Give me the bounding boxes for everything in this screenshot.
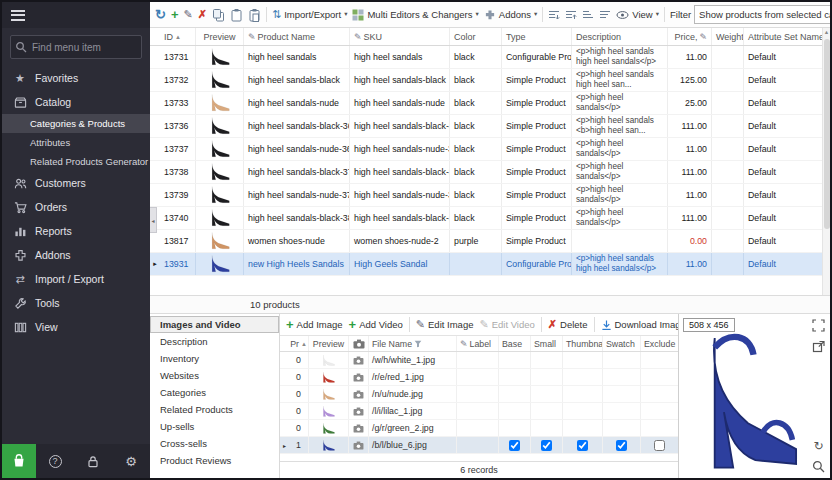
addons-button[interactable]: Addons ▾ [482, 7, 540, 23]
product-row[interactable]: 13736 high heel sandals-black-36 high he… [150, 115, 822, 138]
tab-related-products[interactable]: Related Products [150, 401, 279, 418]
paste-button[interactable] [228, 6, 245, 24]
sidebar-item-orders[interactable]: Orders [2, 195, 150, 219]
product-row[interactable]: 13737 high heel sandals-nude-36 high hee… [150, 138, 822, 161]
sidebar-item-attributes[interactable]: Attributes [2, 133, 150, 152]
edit-video-button[interactable]: ✎Edit Video [477, 317, 536, 332]
image-row[interactable]: 0 /g/r/green_2.jpg [280, 420, 678, 437]
sidebar-item-reports[interactable]: Reports [2, 219, 150, 243]
base-checkbox[interactable] [509, 440, 520, 451]
product-row-selected[interactable]: ▸ 13931 new High Heels Sandals High Geel… [150, 253, 822, 276]
col-product-name-header[interactable]: ✎Product Name [244, 28, 350, 45]
image-row[interactable]: 0 /n/u/nude.jpg [280, 386, 678, 403]
col-price-header[interactable]: Price,✎ [668, 28, 712, 45]
col-sku-header[interactable]: ✎SKU [350, 28, 450, 45]
sidebar-item-catalog[interactable]: Catalog [2, 90, 150, 114]
scrollbar-thumb[interactable] [824, 39, 830, 229]
cell-weight [712, 161, 744, 183]
col-id-header[interactable]: ID▲ [160, 28, 196, 45]
refresh-button[interactable]: ↻ [153, 6, 168, 23]
image-row[interactable]: 0 /w/h/white_1.jpg [280, 352, 678, 369]
col-description-header[interactable]: Description [572, 28, 668, 45]
col-camera-header[interactable] [349, 336, 369, 351]
tab-categories[interactable]: Categories [150, 384, 279, 401]
sidebar-item-label: Customers [35, 177, 86, 189]
sort-asc-button[interactable] [580, 7, 596, 23]
col-weight-header[interactable]: Weight [712, 28, 744, 45]
download-image-button[interactable]: Download Image [599, 317, 679, 333]
product-row[interactable]: 13738 high heel sandals-black-37 high he… [150, 161, 822, 184]
tab-up-sells[interactable]: Up-sells [150, 418, 279, 435]
help-button[interactable]: ? [36, 455, 74, 468]
open-external-icon[interactable] [812, 340, 825, 353]
image-row-selected[interactable]: ▸ 1 /b/l/blue_6.jpg [280, 437, 678, 454]
collapse-groups-button[interactable] [563, 7, 579, 23]
col-preview-header[interactable]: Preview [309, 336, 349, 351]
tab-websites[interactable]: Websites [150, 367, 279, 384]
tab-description[interactable]: Description [150, 333, 279, 350]
sidebar-item-favorites[interactable]: ★ Favorites [2, 66, 150, 90]
sidebar-item-categories-products[interactable]: Categories & Products [2, 114, 150, 133]
col-swatch-header[interactable]: Swatch [603, 336, 641, 351]
import-export-button[interactable]: ⇅ Import/Export ▾ [270, 7, 350, 22]
col-attribute-set-header[interactable]: Attribute Set Name [744, 28, 822, 45]
tab-images-and-video[interactable]: Images and Video [150, 316, 279, 333]
cell-type: Simple Product [502, 115, 572, 137]
sidebar-item-tools[interactable]: Tools [2, 291, 150, 315]
product-row[interactable]: 13733 high heel sandals-nude high heel s… [150, 92, 822, 115]
image-row[interactable]: 0 /r/e/red_1.jpg [280, 369, 678, 386]
sidebar-item-import-export[interactable]: ⇄ Import / Export [2, 267, 150, 291]
edit-image-button[interactable]: ✎Edit Image [414, 317, 476, 332]
col-preview-header[interactable]: Preview [196, 28, 244, 45]
add-image-button[interactable]: +Add Image [284, 316, 345, 333]
tab-product-reviews[interactable]: Product Reviews [150, 452, 279, 469]
thumbnail-checkbox[interactable] [577, 440, 588, 451]
rotate-icon[interactable]: ↻ [813, 440, 823, 452]
settings-button[interactable]: ⚙ [112, 454, 150, 469]
hamburger-menu-icon[interactable] [11, 10, 25, 21]
add-video-button[interactable]: +Add Video [347, 316, 405, 333]
zoom-icon[interactable] [812, 460, 825, 473]
copy-button[interactable] [210, 6, 227, 24]
sidebar-collapse-handle[interactable]: ◂ [150, 207, 157, 233]
view-button[interactable]: View ▾ [614, 7, 661, 22]
col-thumbnail-header[interactable]: Thumbna [563, 336, 603, 351]
delete-image-button[interactable]: ✗Delete [546, 317, 590, 332]
product-row[interactable]: 13731 high heel sandals high heel sandal… [150, 46, 822, 69]
col-label-header[interactable]: ✎Label [457, 336, 499, 351]
sort-desc-button[interactable] [597, 7, 613, 23]
lock-button[interactable] [74, 455, 112, 468]
col-file-name-header[interactable]: File Name [369, 336, 457, 351]
col-type-header[interactable]: Type [502, 28, 572, 45]
add-product-button[interactable]: + [169, 6, 181, 23]
product-row[interactable]: 13739 high heel sandals-nude-37 high hee… [150, 184, 822, 207]
paste-special-button[interactable] [246, 6, 263, 24]
sidebar-item-related-products-generator[interactable]: Related Products Generator [2, 152, 150, 171]
tab-inventory[interactable]: Inventory [150, 350, 279, 367]
delete-product-button[interactable]: ✗ [196, 7, 209, 22]
tab-cross-sells[interactable]: Cross-sells [150, 435, 279, 452]
col-exclude-header[interactable]: Exclude [641, 336, 678, 351]
swatch-checkbox[interactable] [616, 440, 627, 451]
image-row[interactable]: 0 /l/i/lilac_1.jpg [280, 403, 678, 420]
expand-groups-button[interactable] [546, 7, 562, 23]
product-row[interactable]: 13817 women shoes-nude women shoes-nude-… [150, 230, 822, 253]
grid-vertical-scrollbar[interactable]: ▲ [822, 28, 830, 295]
small-checkbox[interactable] [541, 440, 552, 451]
sidebar-item-customers[interactable]: Customers [2, 171, 150, 195]
menu-search-input[interactable] [10, 35, 142, 59]
sidebar-item-view[interactable]: View [2, 315, 150, 339]
fullscreen-icon[interactable] [812, 319, 825, 332]
col-pr-header[interactable]: Pr▲ [289, 336, 309, 351]
product-row[interactable]: 13732 high heel sandals-black high heel … [150, 69, 822, 92]
product-row[interactable]: 13740 high heel sandals-black-38 high he… [150, 207, 822, 230]
col-small-header[interactable]: Small [531, 336, 563, 351]
filter-mode-select[interactable]: Show products from selected categories ▾ [694, 5, 830, 24]
col-color-header[interactable]: Color [450, 28, 502, 45]
sidebar-item-addons[interactable]: Addons [2, 243, 150, 267]
edit-product-button[interactable]: ✎ [182, 7, 195, 22]
col-base-header[interactable]: Base [499, 336, 531, 351]
exclude-checkbox[interactable] [654, 440, 665, 451]
app-logo[interactable] [2, 444, 36, 478]
multi-editors-button[interactable]: Multi Editors & Changers ▾ [350, 7, 480, 23]
